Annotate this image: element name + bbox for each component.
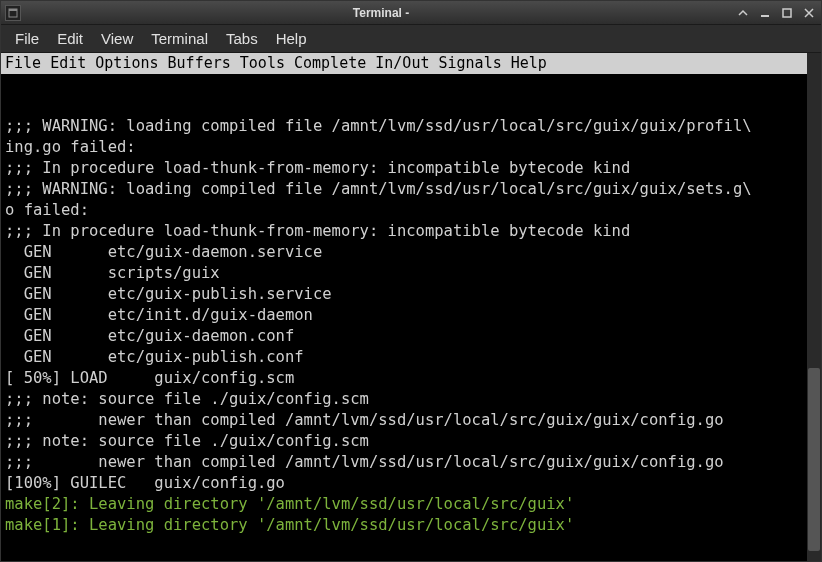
window-title: Terminal - [27,6,735,20]
menu-edit[interactable]: Edit [49,27,91,50]
emacs-menubar[interactable]: File Edit Options Buffers Tools Complete… [1,53,821,74]
output-line: ;;; note: source file ./guix/config.scm [5,389,817,410]
window-controls [735,5,817,21]
output-line: [100%] GUILEC guix/config.go [5,473,817,494]
terminal-area[interactable]: File Edit Options Buffers Tools Complete… [1,53,821,561]
output-line: GEN etc/init.d/guix-daemon [5,305,817,326]
output-line: make[2]: Leaving directory '/amnt/lvm/ss… [5,494,817,515]
svg-rect-2 [761,15,769,17]
output-line: [ 50%] LOAD guix/config.scm [5,368,817,389]
output-line: o failed: [5,200,817,221]
output-line: ;;; newer than compiled /amnt/lvm/ssd/us… [5,410,817,431]
minimize-button[interactable] [757,5,773,21]
output-line: ;;; WARNING: loading compiled file /amnt… [5,179,817,200]
svg-rect-1 [9,9,17,11]
output-line: ;;; In procedure load-thunk-from-memory:… [5,221,817,242]
titlebar: Terminal - [1,1,821,25]
terminal-output: ;;; WARNING: loading compiled file /amnt… [1,74,821,561]
output-line: ;;; note: source file ./guix/config.scm [5,431,817,452]
output-line: GEN etc/guix-daemon.conf [5,326,817,347]
menubar: File Edit View Terminal Tabs Help [1,25,821,53]
menu-terminal[interactable]: Terminal [143,27,216,50]
app-icon [5,5,21,21]
close-button[interactable] [801,5,817,21]
menu-file[interactable]: File [7,27,47,50]
terminal-window: Terminal - File Edit View Terminal Tabs … [0,0,822,562]
scrollbar[interactable] [807,53,821,561]
output-line: ;;; In procedure load-thunk-from-memory:… [5,158,817,179]
svg-rect-3 [783,9,791,17]
menu-help[interactable]: Help [268,27,315,50]
output-line: ing.go failed: [5,137,817,158]
output-line: GEN etc/guix-publish.service [5,284,817,305]
rollup-button[interactable] [735,5,751,21]
output-line: GEN etc/guix-daemon.service [5,242,817,263]
menu-view[interactable]: View [93,27,141,50]
output-line: ;;; newer than compiled /amnt/lvm/ssd/us… [5,452,817,473]
output-line: GEN etc/guix-publish.conf [5,347,817,368]
scrollbar-thumb[interactable] [808,368,820,551]
maximize-button[interactable] [779,5,795,21]
output-line: GEN scripts/guix [5,263,817,284]
menu-tabs[interactable]: Tabs [218,27,266,50]
output-line: make[1]: Leaving directory '/amnt/lvm/ss… [5,515,817,536]
output-line: ;;; WARNING: loading compiled file /amnt… [5,116,817,137]
